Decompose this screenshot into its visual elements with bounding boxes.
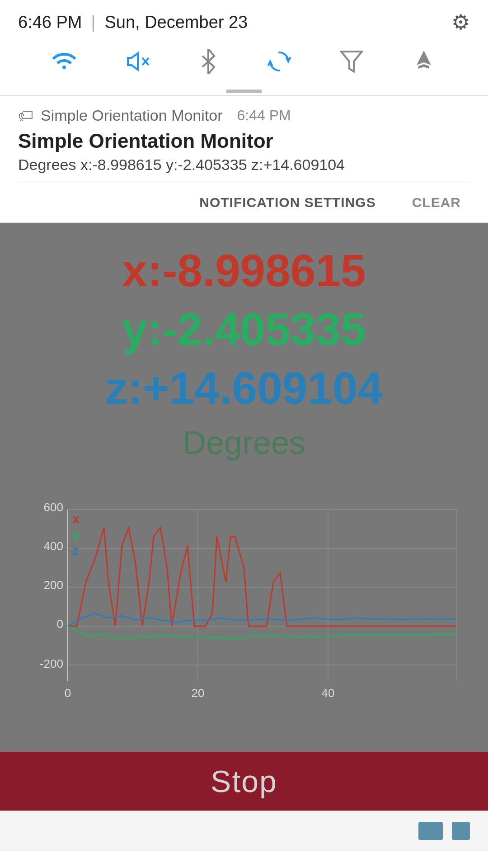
svg-marker-3 xyxy=(341,52,362,71)
svg-text:200: 200 xyxy=(44,578,63,592)
icons-row xyxy=(0,41,488,86)
notif-app-name: Simple Orientation Monitor xyxy=(41,107,223,124)
notification-card: 🏷 Simple Orientation Monitor 6:44 PM Sim… xyxy=(0,96,488,222)
status-date: Sun, December 23 xyxy=(104,13,248,32)
mute-icon[interactable] xyxy=(125,49,150,76)
notif-app-icon: 🏷 xyxy=(18,107,33,124)
notif-header: 🏷 Simple Orientation Monitor 6:44 PM xyxy=(18,107,470,124)
notification-settings-button[interactable]: NOTIFICATION SETTINGS xyxy=(190,190,385,215)
status-bar-left: 6:46 PM | Sun, December 23 xyxy=(18,13,248,32)
unit-label: Degrees xyxy=(105,422,383,464)
stop-button[interactable]: Stop xyxy=(0,752,488,811)
svg-text:600: 600 xyxy=(44,500,63,514)
notif-body: Degrees x:-8.998615 y:-2.405335 z:+14.60… xyxy=(18,156,470,174)
sync-icon[interactable] xyxy=(267,49,292,76)
chart-container: 600 400 200 0 -200 x y z xyxy=(27,491,461,726)
svg-text:x: x xyxy=(72,512,80,526)
svg-text:y: y xyxy=(72,528,80,542)
wifi-icon[interactable] xyxy=(52,48,77,76)
status-divider: | xyxy=(91,13,96,32)
airplane-icon[interactable] xyxy=(411,49,436,76)
orientation-chart: 600 400 200 0 -200 x y z xyxy=(27,491,461,726)
z-value: z:+14.609104 xyxy=(105,359,383,417)
svg-text:20: 20 xyxy=(192,686,205,700)
bluetooth-icon[interactable] xyxy=(199,49,218,76)
drag-handle xyxy=(0,86,488,95)
svg-text:0: 0 xyxy=(65,686,71,700)
status-time: 6:46 PM xyxy=(18,13,82,32)
y-value: y:-2.405335 xyxy=(105,300,383,359)
svg-text:z: z xyxy=(72,543,79,557)
svg-marker-0 xyxy=(128,53,138,70)
bottom-nav xyxy=(0,811,488,851)
notif-time: 6:44 PM xyxy=(237,107,291,124)
svg-text:400: 400 xyxy=(44,539,63,553)
status-bar: 6:46 PM | Sun, December 23 ⚙ xyxy=(0,0,488,41)
svg-rect-4 xyxy=(27,491,461,726)
svg-text:0: 0 xyxy=(57,617,63,631)
clear-button[interactable]: CLEAR xyxy=(403,190,470,215)
notif-actions: NOTIFICATION SETTINGS CLEAR xyxy=(18,183,470,222)
nav-icon-1[interactable] xyxy=(418,822,443,840)
nav-icon-2[interactable] xyxy=(452,822,470,840)
filter-icon[interactable] xyxy=(340,49,363,76)
svg-text:-200: -200 xyxy=(40,657,63,670)
drag-handle-bar xyxy=(226,90,262,93)
notif-title: Simple Orientation Monitor xyxy=(18,130,470,152)
gear-icon[interactable]: ⚙ xyxy=(451,10,470,34)
app-area: x:-8.998615 y:-2.405335 z:+14.609104 Deg… xyxy=(0,223,488,811)
x-value: x:-8.998615 xyxy=(105,241,383,300)
svg-text:40: 40 xyxy=(322,686,335,700)
orientation-values: x:-8.998615 y:-2.405335 z:+14.609104 Deg… xyxy=(105,241,383,464)
